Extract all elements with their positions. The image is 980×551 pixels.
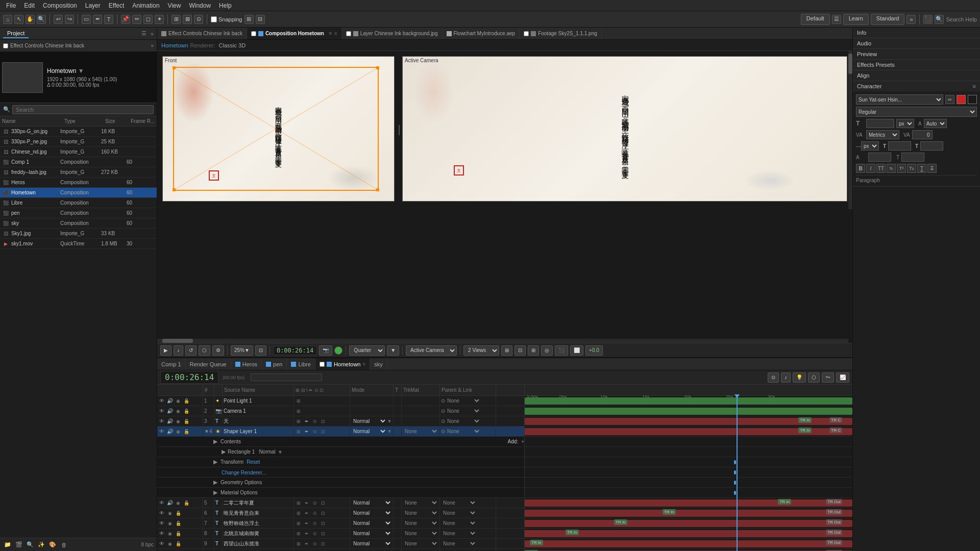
v-scroll-thumb[interactable] (848, 54, 852, 74)
resolution-menu-btn[interactable]: ▼ (387, 345, 399, 356)
undo-tool[interactable]: ↩ (54, 15, 63, 24)
fit-btn[interactable]: ⊡ (255, 345, 266, 356)
layer7-paint[interactable]: ⊙ (311, 520, 318, 527)
menu-animation[interactable]: Animation (128, 0, 163, 11)
layer7-fx[interactable]: ✒ (303, 520, 310, 527)
tl-graph-btn[interactable]: 📈 (836, 372, 849, 383)
layer7-name[interactable]: 牧野称雄岂浮土 (223, 518, 294, 528)
layer9-3d[interactable]: ⊞ (295, 540, 302, 547)
char-collapse-icon[interactable]: ≡ (973, 83, 976, 89)
color-icon[interactable]: 🎨 (48, 540, 57, 549)
tl-hometown-checkbox[interactable] (320, 362, 325, 367)
wand-icon[interactable]: ✨ (37, 540, 46, 549)
layer9-paint[interactable]: ⊙ (311, 540, 318, 547)
font-pencil-icon[interactable]: ✏ (945, 95, 954, 104)
tl-tab-libre[interactable]: Libre (287, 358, 315, 370)
project-item[interactable]: ⬛ Heros Composition 60 (0, 178, 157, 188)
layer8-vis-toggle[interactable]: 👁 (158, 530, 165, 537)
workspace-menu-icon[interactable]: ☰ (832, 15, 841, 24)
tl-tab-pen[interactable]: pen (262, 358, 287, 370)
layer9-trkmat-select[interactable]: None (403, 540, 438, 547)
comp-tab-checkbox[interactable] (251, 31, 256, 36)
layer4-blend[interactable]: ⊡ (320, 428, 327, 435)
add-btn[interactable]: + (521, 439, 524, 444)
layer8-blend[interactable]: ⊡ (320, 530, 327, 537)
layer4-lock[interactable]: 🔓 (183, 428, 190, 435)
kerning-select[interactable]: Metrics (866, 130, 899, 139)
layer2-vis-toggle[interactable]: 👁 (158, 408, 165, 415)
project-item[interactable]: ▶ sky1.mov QuickTime 1.8 MB 30 (0, 239, 157, 249)
workspace-default[interactable]: Default (801, 14, 830, 25)
layer9-solo[interactable]: ◉ (166, 540, 174, 547)
comp-tab-close[interactable]: ✕ (328, 31, 332, 36)
flowchart-tab[interactable]: Flowchart MyIntroduce.aep (443, 28, 520, 39)
layer1-audio-toggle[interactable]: 🔊 (166, 397, 174, 405)
info-title[interactable]: Info (853, 28, 980, 38)
geometry-expand[interactable]: ▶ (213, 479, 217, 486)
layer3-blend[interactable]: ⊡ (320, 418, 327, 425)
render-btn[interactable]: +0.0 (585, 345, 603, 356)
monitor-icon[interactable]: ⬛ (923, 15, 933, 24)
layer8-mode-select[interactable]: Normal (351, 530, 392, 537)
search-icon[interactable]: 🔍 (935, 15, 944, 24)
effect-controls-tab[interactable]: Effect Controls Chinese Ink back (157, 28, 247, 39)
layer5-mode-select[interactable]: Normal (351, 499, 392, 506)
layer7-blend[interactable]: ⊡ (320, 520, 327, 527)
layer5-parent-select[interactable]: None (441, 499, 477, 506)
rect-tool[interactable]: ▭ (82, 15, 91, 24)
project-item[interactable]: 🖼 Chinese_nd.jpg Importe_G 160 KB (0, 147, 157, 157)
layer7-vis-toggle[interactable]: 👁 (158, 520, 165, 527)
layer6-trkmat-select[interactable]: None (403, 510, 438, 516)
tl-tab-comp1[interactable]: Comp 1 (157, 358, 186, 370)
layer3-solo[interactable]: ◉ (175, 418, 182, 425)
layer7-mode-select[interactable]: Normal (351, 520, 392, 527)
font-name-select[interactable]: Sun Yat-sen Hsin... (856, 94, 943, 105)
layer6-parent-select[interactable]: None (441, 510, 477, 516)
layer6-3d[interactable]: ⊞ (295, 510, 302, 517)
project-item[interactable]: ⬛ Hometown Composition 60 (0, 188, 157, 198)
layer2-audio-toggle[interactable]: 🔊 (166, 408, 174, 415)
view-divider[interactable] (397, 51, 401, 209)
layer2-lock[interactable]: 🔓 (183, 408, 190, 415)
menu-window[interactable]: Window (185, 0, 215, 11)
layer3-parent-select[interactable]: None (445, 418, 481, 424)
layer8-fx[interactable]: ✒ (303, 530, 310, 537)
align-tool[interactable]: ⊞ (172, 15, 181, 24)
hand-tool[interactable]: ✋ (26, 15, 35, 24)
viewer-h-scrollbar[interactable] (157, 339, 848, 343)
select-tool[interactable]: ↖ (14, 15, 23, 24)
menu-layer[interactable]: Layer (81, 0, 105, 11)
layer9-lock[interactable]: 🔓 (175, 540, 182, 547)
preview-loop-btn[interactable]: ↺ (185, 345, 197, 356)
layer9-parent-select[interactable]: None (441, 540, 477, 547)
tl-draft-btn[interactable]: ⬡ (808, 372, 820, 383)
layer8-lock[interactable]: 🔓 (175, 530, 182, 537)
menu-composition[interactable]: Composition (39, 0, 81, 11)
tsf-input[interactable]: 0 % (901, 153, 924, 162)
layer1-vis-toggle[interactable]: 👁 (158, 397, 165, 405)
orbit-tool[interactable]: ⊙ (194, 15, 203, 24)
layer9-name[interactable]: 西望山山东揽淮 (223, 539, 294, 548)
layer5-trkmat-select[interactable]: None (403, 499, 438, 506)
layer10-name[interactable]: 家乡随處 (223, 549, 294, 551)
layer6-mode-select[interactable]: Normal (351, 510, 392, 516)
layer3-fx[interactable]: ✒ (303, 418, 310, 425)
sub-btn[interactable]: T₂ (907, 164, 916, 173)
layer6-solo[interactable]: ◉ (166, 510, 174, 517)
layer9-fx[interactable]: ✒ (303, 540, 310, 547)
tl-tab-heros[interactable]: Heros (231, 358, 262, 370)
tl-hometown-menu[interactable]: ≡ (362, 361, 365, 367)
layer9-vis-toggle[interactable]: 👁 (158, 540, 165, 547)
new-comp-icon[interactable]: 🎬 (14, 540, 23, 549)
layer8-3d[interactable]: ⊞ (295, 530, 302, 537)
effect-controls-expand[interactable]: » (151, 43, 154, 48)
character-title[interactable]: Character ≡ (853, 81, 980, 91)
brush-tool[interactable]: ✏ (132, 15, 141, 24)
tracking-input[interactable] (912, 130, 933, 139)
layer8-name[interactable]: 北眺京城南御黄 (223, 529, 294, 538)
project-item[interactable]: ⬛ Libre Composition 60 (0, 198, 157, 208)
composition-tab[interactable]: Composition Hometown ✕ ≡ (247, 28, 342, 39)
layer1-lock[interactable]: 🔓 (183, 397, 190, 405)
layer5-3d[interactable]: ⊞ (295, 499, 302, 507)
change-renderer-link[interactable]: Change Renderer... (222, 470, 266, 475)
